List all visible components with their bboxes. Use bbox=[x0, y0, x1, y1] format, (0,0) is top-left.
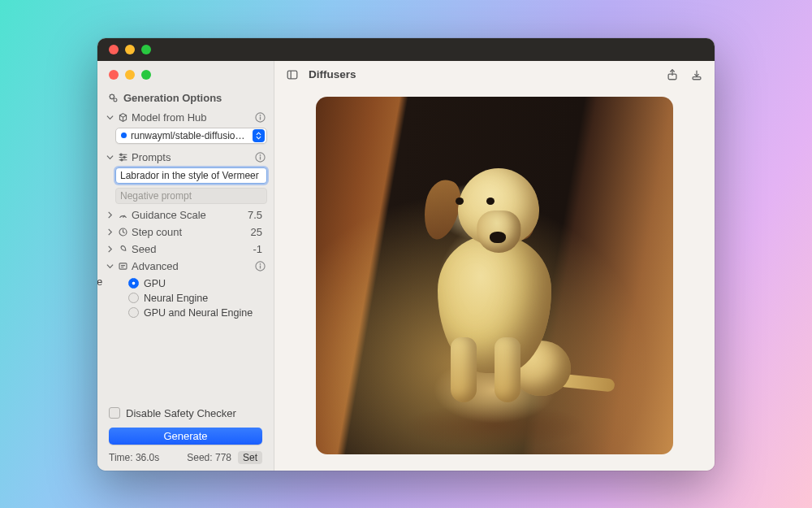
steps-label: Step count bbox=[132, 226, 248, 238]
svg-point-7 bbox=[120, 158, 122, 160]
zoom-window-button[interactable] bbox=[141, 45, 151, 54]
model-from-hub-row[interactable]: Model from Hub bbox=[104, 109, 267, 126]
dog-illustration bbox=[405, 168, 584, 428]
radio-neural-engine-label: Neural Engine bbox=[144, 293, 208, 304]
seed-label: Seed bbox=[132, 243, 249, 255]
advanced-label: Advanced bbox=[132, 260, 251, 272]
negative-prompt-placeholder: Negative prompt bbox=[120, 190, 192, 202]
info-icon[interactable] bbox=[254, 260, 266, 271]
app-window: Generation Options Model from Hub runway… bbox=[97, 38, 715, 471]
model-select[interactable]: runwayml/stable-diffusion... bbox=[115, 128, 267, 144]
seed-row[interactable]: Seed -1 bbox=[104, 241, 267, 258]
generation-options-header: Generation Options bbox=[104, 89, 267, 109]
select-caret-icon bbox=[253, 129, 265, 142]
minimize-window-button-2[interactable] bbox=[125, 70, 135, 80]
image-canvas bbox=[274, 89, 715, 471]
svg-rect-15 bbox=[259, 265, 260, 268]
generate-button-label: Generate bbox=[163, 430, 207, 442]
guidance-value: 7.5 bbox=[248, 209, 266, 221]
prompt-input-value: Labrador in the style of Vermeer bbox=[120, 170, 259, 181]
chevron-right-icon bbox=[106, 245, 114, 253]
sidebar-content: Generation Options Model from Hub runway… bbox=[97, 89, 274, 471]
negative-prompt-input[interactable]: Negative prompt bbox=[115, 188, 267, 204]
sidebar-toggle-button[interactable] bbox=[284, 67, 300, 83]
svg-rect-10 bbox=[259, 156, 260, 159]
chevron-right-icon bbox=[106, 228, 114, 236]
sidebar-traffic-lights bbox=[97, 61, 274, 89]
compute-radio-group: Use GPU Neural Engine GPU and Neural Eng… bbox=[104, 275, 267, 325]
share-button[interactable] bbox=[664, 67, 680, 83]
close-window-button[interactable] bbox=[109, 45, 119, 54]
cube-icon bbox=[117, 111, 128, 123]
generation-options-title: Generation Options bbox=[123, 92, 222, 104]
app-title: Diffusers bbox=[309, 68, 356, 80]
status-dot-icon bbox=[121, 132, 127, 138]
chevron-down-icon bbox=[106, 113, 114, 121]
svg-point-1 bbox=[113, 98, 116, 101]
disable-safety-checker-row[interactable]: Disable Safety Checker bbox=[104, 404, 267, 424]
guidance-label: Guidance Scale bbox=[132, 209, 244, 221]
use-label: Use bbox=[97, 276, 102, 288]
model-label: Model from Hub bbox=[132, 111, 251, 124]
radio-gpu-label: GPU bbox=[144, 278, 166, 289]
prompts-label: Prompts bbox=[132, 151, 251, 163]
toolbar: Diffusers bbox=[274, 61, 715, 89]
status-row: Time: 36.0s Seed: 778 Set bbox=[104, 449, 267, 471]
seed-value: -1 bbox=[253, 243, 266, 255]
svg-point-6 bbox=[123, 156, 124, 158]
time-status: Time: 36.0s bbox=[109, 452, 159, 463]
radio-gpu-and-neural-engine[interactable]: GPU and Neural Engine bbox=[128, 306, 267, 320]
step-count-row[interactable]: Step count 25 bbox=[104, 224, 267, 241]
prompts-row[interactable]: Prompts bbox=[104, 149, 267, 166]
disable-safety-checker-label: Disable Safety Checker bbox=[126, 407, 236, 419]
radio-icon bbox=[128, 307, 139, 318]
svg-point-9 bbox=[259, 154, 261, 156]
sliders-icon bbox=[117, 151, 128, 163]
svg-point-5 bbox=[119, 154, 121, 155]
window-body: Generation Options Model from Hub runway… bbox=[97, 61, 715, 471]
radio-gpu-and-neural-engine-label: GPU and Neural Engine bbox=[144, 307, 253, 319]
advanced-row[interactable]: Advanced bbox=[104, 258, 267, 275]
gears-icon bbox=[107, 92, 119, 103]
radio-icon bbox=[128, 278, 139, 289]
generate-button[interactable]: Generate bbox=[109, 428, 262, 445]
generated-image bbox=[316, 97, 673, 454]
set-seed-button[interactable]: Set bbox=[238, 451, 262, 464]
checkbox-icon bbox=[109, 407, 120, 419]
download-button[interactable] bbox=[689, 67, 705, 83]
radio-icon bbox=[128, 293, 139, 303]
close-window-button-2[interactable] bbox=[109, 70, 119, 80]
zoom-window-button-2[interactable] bbox=[141, 70, 151, 80]
prompt-input[interactable]: Labrador in the style of Vermeer bbox=[115, 167, 267, 184]
svg-rect-16 bbox=[287, 71, 297, 79]
model-selected-text: runwayml/stable-diffusion... bbox=[131, 130, 248, 141]
chevron-down-icon bbox=[106, 262, 114, 270]
radio-gpu[interactable]: GPU bbox=[128, 276, 267, 291]
minimize-window-button[interactable] bbox=[125, 45, 135, 54]
svg-rect-4 bbox=[259, 116, 260, 119]
chevron-right-icon bbox=[106, 211, 114, 219]
chevron-down-icon bbox=[106, 153, 114, 161]
svg-rect-19 bbox=[693, 76, 701, 79]
radio-neural-engine[interactable]: Neural Engine bbox=[128, 291, 267, 306]
gauge-icon bbox=[117, 209, 128, 220]
steps-value: 25 bbox=[251, 226, 266, 238]
main-pane: Diffusers bbox=[274, 61, 715, 471]
advanced-icon bbox=[117, 260, 128, 271]
svg-point-14 bbox=[259, 263, 261, 265]
info-icon[interactable] bbox=[254, 111, 266, 123]
steps-icon bbox=[117, 226, 128, 237]
guidance-scale-row[interactable]: Guidance Scale 7.5 bbox=[104, 206, 267, 224]
sidebar: Generation Options Model from Hub runway… bbox=[97, 61, 274, 471]
seed-icon bbox=[117, 243, 128, 254]
titlebar bbox=[97, 38, 715, 61]
svg-rect-12 bbox=[119, 263, 127, 268]
svg-point-3 bbox=[259, 115, 261, 116]
info-icon[interactable] bbox=[254, 151, 266, 163]
seed-status: Seed: 778 bbox=[187, 452, 231, 463]
